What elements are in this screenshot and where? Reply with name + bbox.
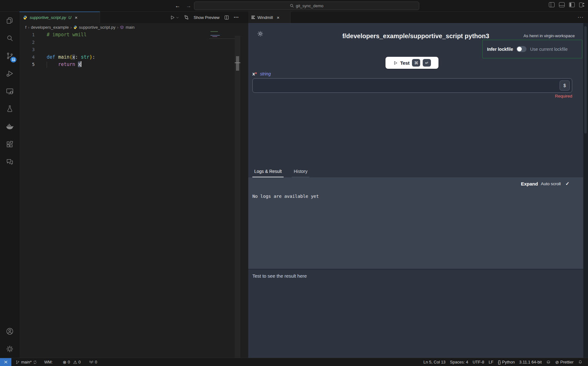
breadcrumb-symbol[interactable]: main [126, 25, 134, 30]
breadcrumb-folder[interactable]: developers_example [31, 25, 69, 30]
text-cursor [81, 61, 81, 67]
notifications-item[interactable] [576, 358, 585, 366]
cursor-position-item[interactable]: Ln 5, Col 13 [421, 358, 448, 366]
ports-item[interactable]: 0 [87, 358, 99, 366]
code-line-1[interactable]: 1# import wmill [20, 31, 228, 39]
copilot-icon [546, 360, 551, 364]
run-context-label: As henri in virgin-workspace [523, 33, 575, 38]
error-icon: ⊗ [63, 360, 67, 365]
show-preview-button[interactable]: Show Preview [194, 15, 220, 20]
toggle-secondary-sidebar-icon[interactable] [569, 2, 575, 7]
problems-item[interactable]: ⊗ 0 ⚠ 0 [61, 358, 83, 366]
wm-label: WM: [44, 360, 53, 364]
run-dropdown-icon[interactable] [176, 16, 179, 19]
broadcast-icon [89, 360, 94, 364]
extensions-icon[interactable] [0, 135, 20, 153]
result-placeholder: Test to see the result here [252, 273, 307, 279]
tab-windmill[interactable]: Windmill × [248, 12, 291, 23]
source-control-icon[interactable]: 11 [0, 47, 20, 65]
sync-icon [33, 360, 37, 364]
customize-layout-icon[interactable] [579, 2, 585, 7]
indentation-item[interactable]: Spaces: 4 [448, 358, 470, 366]
required-star: * [255, 71, 257, 76]
check-icon[interactable]: ✓ [565, 181, 569, 186]
arg-field-label: x*string [252, 71, 271, 76]
compare-sync-icon[interactable] [184, 15, 189, 20]
copilot-item[interactable] [544, 358, 553, 366]
minimap[interactable] [209, 30, 235, 52]
autoscroll-label[interactable]: Auto scroll [541, 181, 561, 186]
webview-scrollbar[interactable] [583, 23, 588, 358]
editor-group: supportive_script.py U × Show Preview ··… [20, 12, 248, 358]
prettier-item[interactable]: ⊘ Prettier [553, 358, 576, 366]
scm-badge: 11 [10, 57, 16, 62]
remote-explorer-icon[interactable] [0, 82, 20, 100]
dollar-button[interactable]: $ [560, 80, 570, 91]
panel-more-icon[interactable]: ··· [578, 12, 584, 23]
arg-type: string [260, 71, 271, 76]
testing-icon[interactable] [0, 100, 20, 118]
run-icon[interactable] [170, 15, 175, 20]
language-mode-item[interactable]: {} Python [496, 358, 517, 366]
search-sidebar-icon[interactable] [0, 29, 20, 47]
tab-logs-result[interactable]: Logs & Result [252, 168, 284, 177]
editor-scrollbar[interactable] [235, 36, 240, 358]
braces-icon: {} [498, 360, 501, 365]
eol-item[interactable]: LF [486, 358, 496, 366]
docker-icon[interactable] [0, 118, 20, 135]
code-text: # import wmill [47, 31, 86, 39]
split-editor-icon[interactable] [224, 15, 229, 20]
chevron-right-icon: › [28, 25, 29, 30]
test-button-label: Test [400, 60, 410, 66]
python-version-item[interactable]: 3.11.1 64-bit [517, 358, 544, 366]
code-lines[interactable]: 1# import wmill234def main(x: str):5 ret… [20, 31, 228, 68]
explorer-icon[interactable] [0, 12, 20, 29]
wm-status-item[interactable]: WM: [42, 358, 55, 366]
code-line-3[interactable]: 3 [20, 46, 228, 54]
expand-button[interactable]: Expand [521, 181, 538, 186]
search-value: git_sync_demo [296, 3, 323, 8]
prettier-icon: ⊘ [555, 360, 559, 365]
panel-tab-close-icon[interactable]: × [277, 15, 279, 20]
breadcrumb-root[interactable]: f [25, 25, 26, 30]
nav-forward-icon[interactable]: → [185, 2, 193, 10]
run-debug-icon[interactable] [0, 65, 20, 82]
code-text: return x [47, 61, 81, 68]
code-text: def main(x: str): [47, 54, 95, 61]
warning-count: 0 [79, 360, 81, 364]
encoding-item[interactable]: UTF-8 [470, 358, 486, 366]
python-icon [73, 25, 77, 29]
comments-icon[interactable] [0, 153, 20, 171]
chevron-right-icon: › [117, 25, 118, 30]
accounts-icon[interactable] [0, 322, 20, 340]
breadcrumb-file[interactable]: supportive_script.py [79, 25, 115, 30]
git-branch-item[interactable]: main* [13, 358, 39, 366]
tab-history[interactable]: History [292, 168, 309, 177]
windmill-webview: f/developers_example/supportive_script p… [248, 23, 588, 358]
code-line-4[interactable]: 4def main(x: str): [20, 54, 228, 61]
line-number: 1 [20, 31, 35, 39]
code-line-5[interactable]: 5 return x [20, 61, 228, 68]
search-icon [290, 4, 294, 8]
nav-back-icon[interactable]: ← [173, 2, 182, 10]
logs-panel: Expand Auto scroll ✓ No logs are availab… [248, 177, 583, 269]
language-label: Python [502, 360, 515, 364]
tab-close-icon[interactable]: × [75, 15, 78, 20]
line-number: 5 [20, 61, 35, 68]
tab-supportive-script[interactable]: supportive_script.py U × [20, 12, 100, 23]
test-button[interactable]: Test ⌘ ↵ [385, 57, 438, 69]
required-message: Required [252, 94, 572, 98]
command-center-search[interactable]: git_sync_demo [194, 2, 419, 10]
lockfile-option-box: Infer lockfile Use current lockfile [482, 40, 582, 58]
toggle-panel-icon[interactable] [559, 2, 565, 7]
settings-gear-icon[interactable] [0, 340, 20, 358]
branch-icon [15, 360, 20, 364]
remote-indicator[interactable] [0, 358, 11, 366]
code-line-2[interactable]: 2 [20, 39, 228, 46]
panel-tab-bar: Windmill × ··· [248, 12, 588, 23]
editor-more-icon[interactable]: ··· [234, 15, 239, 20]
lockfile-toggle[interactable] [516, 46, 526, 52]
arg-input[interactable]: $ [252, 78, 572, 93]
toggle-sidebar-icon[interactable] [549, 2, 555, 7]
tab-filename: supportive_script.py [30, 15, 66, 20]
